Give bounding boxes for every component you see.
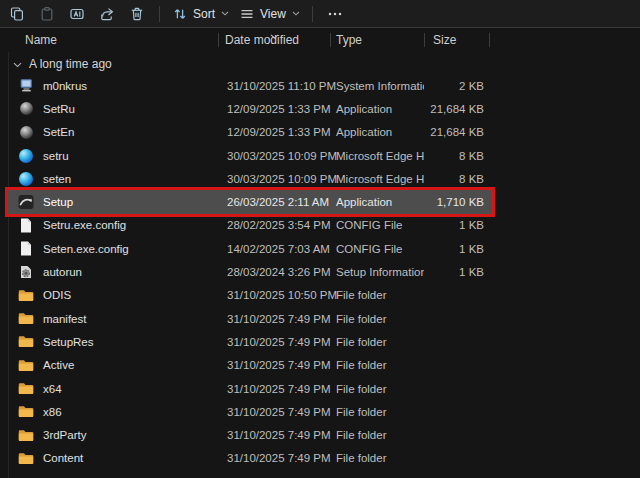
- file-type-cell: File folder: [330, 383, 424, 395]
- file-name-label: Setup: [43, 196, 73, 208]
- date-modified-cell: 31/10/2025 11:10 PM: [218, 80, 330, 92]
- view-button[interactable]: View: [234, 2, 305, 26]
- config-file-icon: [18, 241, 34, 257]
- date-modified-cell: 31/10/2025 7:49 PM: [218, 313, 330, 325]
- header-separator[interactable]: [218, 33, 219, 47]
- see-more-button[interactable]: [320, 2, 350, 26]
- file-row[interactable]: Content31/10/2025 7:49 PMFile folder: [8, 447, 492, 470]
- folder-icon: [18, 404, 34, 420]
- file-row[interactable]: 3rdParty31/10/2025 7:49 PMFile folder: [8, 423, 492, 446]
- file-name-cell: m0nkrus: [8, 78, 218, 94]
- file-row[interactable]: Seten.exe.config14/02/2025 7:03 AMCONFIG…: [8, 237, 492, 260]
- file-name-cell: x86: [8, 404, 218, 420]
- file-row[interactable]: SetRu12/09/2025 1:33 PMApplication21,684…: [8, 97, 492, 120]
- file-row[interactable]: m0nkrus31/10/2025 11:10 PMSystem Informa…: [8, 74, 492, 97]
- file-size-cell: 1 KB: [424, 266, 492, 278]
- copy-icon: [9, 6, 25, 22]
- file-row[interactable]: Setru.exe.config28/02/2025 3:54 PMCONFIG…: [8, 214, 492, 237]
- file-row[interactable]: Active31/10/2025 7:49 PMFile folder: [8, 354, 492, 377]
- share-button[interactable]: [92, 2, 122, 26]
- command-toolbar: Sort View: [0, 0, 640, 28]
- folder-icon: [18, 311, 34, 327]
- rename-button[interactable]: [62, 2, 92, 26]
- sort-button[interactable]: Sort: [167, 2, 234, 26]
- file-type-cell: Microsoft Edge HT...: [330, 150, 424, 162]
- file-row[interactable]: manifest31/10/2025 7:49 PMFile folder: [8, 307, 492, 330]
- column-header-date-label: Date modified: [225, 33, 299, 47]
- paste-icon: [39, 6, 55, 22]
- file-name-cell: Setru.exe.config: [8, 217, 218, 233]
- application-sphere-icon: [18, 124, 34, 140]
- file-name-cell: x64: [8, 381, 218, 397]
- file-row[interactable]: SetupRes31/10/2025 7:49 PMFile folder: [8, 330, 492, 353]
- file-type-cell: File folder: [330, 406, 424, 418]
- file-row[interactable]: x8631/10/2025 7:49 PMFile folder: [8, 400, 492, 423]
- file-name-label: ODIS: [43, 289, 71, 301]
- file-name-label: Setru.exe.config: [43, 219, 126, 231]
- paste-button[interactable]: [32, 2, 62, 26]
- header-separator[interactable]: [330, 33, 331, 47]
- column-header-type-label: Type: [336, 33, 362, 47]
- file-explorer-window: Sort View: [0, 0, 640, 478]
- see-more-icon: [327, 6, 343, 22]
- file-name-cell: Setup: [8, 194, 218, 210]
- date-modified-cell: 31/10/2025 7:49 PM: [218, 336, 330, 348]
- file-name-cell: SetRu: [8, 101, 218, 117]
- date-modified-cell: 12/09/2025 1:33 PM: [218, 103, 330, 115]
- column-header-name[interactable]: Name: [8, 28, 218, 52]
- file-type-cell: System Informatio...: [330, 80, 424, 92]
- file-row[interactable]: autorun28/03/2024 3:26 PMSetup Informati…: [8, 260, 492, 283]
- header-separator[interactable]: [424, 33, 425, 47]
- file-name-cell: manifest: [8, 311, 218, 327]
- file-row[interactable]: seten30/03/2025 10:09 PMMicrosoft Edge H…: [8, 167, 492, 190]
- file-type-cell: File folder: [330, 359, 424, 371]
- sort-icon: [172, 6, 188, 22]
- file-name-label: Active: [43, 359, 74, 371]
- column-header-size[interactable]: Size: [424, 28, 492, 52]
- column-header-type[interactable]: Type: [330, 28, 424, 52]
- file-type-cell: CONFIG File: [330, 219, 424, 231]
- group-header-label: A long time ago: [29, 57, 112, 71]
- date-modified-cell: 31/10/2025 7:49 PM: [218, 452, 330, 464]
- file-size-cell: 1 KB: [424, 219, 492, 231]
- file-name-label: seten: [43, 173, 71, 185]
- file-name-label: autorun: [43, 266, 82, 278]
- file-row[interactable]: SetEn12/09/2025 1:33 PMApplication21,684…: [8, 121, 492, 144]
- file-name-label: SetupRes: [43, 336, 94, 348]
- column-header-date-modified[interactable]: Date modified: [218, 28, 330, 52]
- group-chevron-down-icon: [13, 57, 22, 71]
- date-modified-cell: 30/03/2025 10:09 PM: [218, 173, 330, 185]
- file-name-cell: SetupRes: [8, 334, 218, 350]
- file-type-cell: Setup Information: [330, 266, 424, 278]
- file-row[interactable]: x6431/10/2025 7:49 PMFile folder: [8, 377, 492, 400]
- date-modified-cell: 31/10/2025 7:49 PM: [218, 383, 330, 395]
- file-type-cell: File folder: [330, 313, 424, 325]
- date-modified-cell: 30/03/2025 10:09 PM: [218, 150, 330, 162]
- file-name-label: SetEn: [43, 126, 74, 138]
- file-type-cell: CONFIG File: [330, 243, 424, 255]
- copy-button[interactable]: [2, 2, 32, 26]
- group-header[interactable]: A long time ago: [8, 53, 640, 74]
- file-name-cell: autorun: [8, 264, 218, 280]
- file-row-selected[interactable]: Setup26/03/2025 2:11 AMApplication1,710 …: [8, 190, 492, 213]
- file-type-cell: File folder: [330, 289, 424, 301]
- file-name-label: x64: [43, 383, 62, 395]
- date-modified-cell: 28/02/2025 3:54 PM: [218, 219, 330, 231]
- file-size-cell: 8 KB: [424, 173, 492, 185]
- header-separator[interactable]: [489, 33, 490, 47]
- chevron-down-icon: [221, 11, 229, 16]
- file-name-label: manifest: [43, 313, 86, 325]
- file-list: A long time ago m0nkrus31/10/2025 11:10 …: [8, 53, 640, 470]
- date-modified-cell: 31/10/2025 10:50 PM: [218, 289, 330, 301]
- file-row[interactable]: setru30/03/2025 10:09 PMMicrosoft Edge H…: [8, 144, 492, 167]
- file-row[interactable]: ODIS31/10/2025 10:50 PMFile folder: [8, 284, 492, 307]
- view-button-label: View: [260, 7, 286, 21]
- file-name-cell: ODIS: [8, 287, 218, 303]
- system-info-icon: [18, 78, 34, 94]
- file-name-cell: setru: [8, 148, 218, 164]
- delete-button[interactable]: [122, 2, 152, 26]
- file-size-cell: 1,710 KB: [424, 196, 492, 208]
- delete-icon: [129, 6, 145, 22]
- file-rows: m0nkrus31/10/2025 11:10 PMSystem Informa…: [8, 74, 640, 470]
- config-file-icon: [18, 217, 34, 233]
